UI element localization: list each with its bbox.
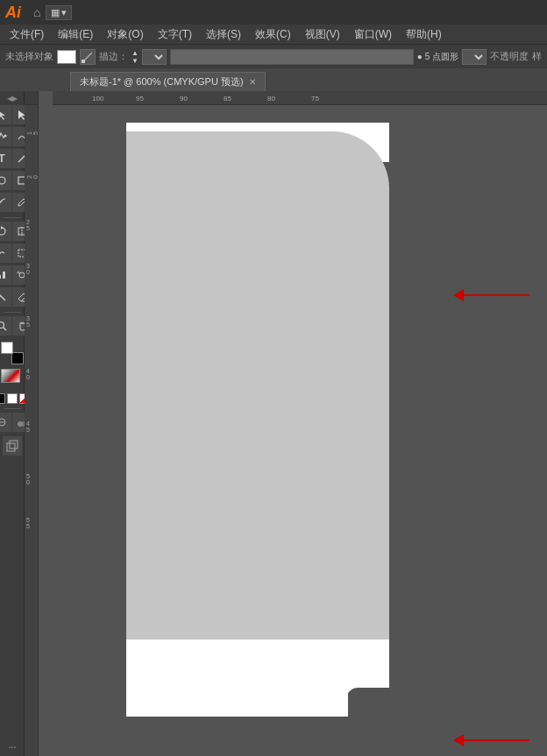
arrow-line-top	[464, 294, 529, 296]
svg-rect-1	[82, 60, 85, 63]
ruler-label-80: 80	[267, 95, 275, 102]
layout-toggle-btn[interactable]: ▦ ▾	[46, 5, 72, 20]
stroke-label: 描边：	[99, 50, 128, 63]
shape-main-body	[126, 131, 389, 666]
svg-rect-27	[7, 443, 15, 451]
svg-rect-14	[3, 272, 5, 279]
stroke-down-btn[interactable]: ▼	[131, 57, 139, 65]
white-swatch[interactable]	[7, 393, 18, 404]
tab-bar: 未标题-1* @ 600% (CMYK/GPU 预选) ✕	[0, 68, 547, 91]
svg-marker-2	[0, 110, 5, 120]
stroke-up-btn[interactable]: ▲	[131, 49, 139, 57]
menu-view[interactable]: 视图(V)	[299, 25, 346, 44]
home-icon-btn[interactable]: ⌂	[33, 5, 40, 19]
tool-separator-1	[4, 217, 21, 218]
svg-point-16	[18, 272, 20, 274]
svg-line-18	[0, 293, 5, 300]
paintbrush-tool-btn[interactable]	[0, 193, 11, 212]
pen-tool-btn[interactable]	[0, 127, 11, 146]
shape-bottom-white-cover	[126, 692, 348, 717]
slice-tool-btn[interactable]	[0, 287, 11, 307]
layout-icon: ▦	[51, 7, 60, 18]
menu-file[interactable]: 文件(F)	[4, 25, 50, 44]
tab-close-btn[interactable]: ✕	[249, 77, 256, 87]
ruler-label-v-35: 35	[26, 315, 30, 328]
svg-rect-28	[10, 441, 18, 449]
horizontal-ruler: 100 95 90 85 80 75	[53, 91, 547, 105]
ai-logo: Ai	[5, 4, 28, 22]
ellipse-tool-btn[interactable]	[0, 171, 11, 190]
ruler-corner	[25, 91, 39, 105]
fill-swatch[interactable]	[57, 50, 76, 64]
sample-label: 样	[532, 50, 542, 63]
menu-object[interactable]: 对象(O)	[101, 25, 149, 44]
gradient-swatch-area[interactable]	[1, 369, 24, 392]
ruler-label-75: 75	[311, 95, 319, 102]
title-actions: ▦ ▾	[46, 5, 72, 20]
svg-point-21	[0, 322, 4, 329]
artboard-duplicate-btn[interactable]	[3, 436, 22, 456]
ruler-label-v-20: 20	[26, 175, 39, 179]
color-swatches-area[interactable]	[1, 342, 24, 364]
stroke-swatch[interactable]	[11, 352, 24, 364]
ruler-corner-area: 100 95 90 85 80 75	[25, 91, 547, 105]
menu-window[interactable]: 窗口(W)	[348, 25, 398, 44]
ruler-label-90: 90	[180, 95, 188, 102]
tab-title: 未标题-1* @ 600% (CMYK/GPU 预选)	[80, 75, 244, 88]
ruler-label-85: 85	[224, 95, 231, 102]
ruler-label-95: 95	[136, 95, 144, 102]
svg-line-22	[4, 328, 6, 330]
ruler-label-100: 100	[92, 95, 103, 102]
tool-separator-2	[4, 312, 21, 313]
arrow-line-bottom	[464, 739, 529, 741]
ruler-label-v-45: 45	[26, 420, 30, 433]
size-indicator: ● 5 点圆形	[417, 51, 458, 63]
ruler-label-v-25: 25	[26, 219, 30, 231]
stroke-tool-icon[interactable]	[80, 49, 96, 65]
menu-text[interactable]: 文字(T)	[152, 25, 198, 44]
no-selection-label: 未选择对象	[5, 50, 53, 63]
rotate-tool-btn[interactable]	[0, 222, 11, 241]
ruler-label-v-30: 30	[26, 263, 30, 275]
select-tool-btn[interactable]	[0, 105, 11, 124]
options-bar: 未选择对象 描边： ▲ ▼ ● 5 点圆形 不透明度 样	[0, 44, 547, 68]
arrow-head-left-top	[453, 289, 464, 301]
menu-help[interactable]: 帮助(H)	[400, 25, 448, 44]
ruler-label-v-50: 50	[26, 473, 30, 485]
more-tools-btn[interactable]: ...	[8, 737, 16, 756]
tool-separator-3	[4, 408, 21, 409]
svg-rect-13	[0, 275, 1, 279]
shape-bottom-right-corner	[345, 688, 389, 714]
dropdown-arrow: ▾	[61, 7, 67, 18]
warp-tool-btn[interactable]	[0, 244, 11, 263]
stroke-preview	[170, 49, 414, 65]
ruler-label-v-55: 55	[26, 517, 30, 529]
svg-point-6	[0, 177, 5, 184]
artboard-nav-btn[interactable]	[0, 413, 11, 432]
stroke-style-select[interactable]	[142, 49, 167, 65]
toolbar-collapse[interactable]: ◀▶	[7, 95, 18, 102]
menu-select[interactable]: 选择(S)	[200, 25, 247, 44]
graph-tool-btn[interactable]	[0, 265, 11, 285]
fill-swatch-large[interactable]	[1, 342, 13, 354]
red-arrow-bottom	[453, 734, 529, 746]
menu-effects[interactable]: 效果(C)	[249, 25, 297, 44]
canvas-scroll-area[interactable]	[39, 105, 547, 756]
gradient-swatch[interactable]	[1, 369, 20, 383]
svg-point-4	[4, 135, 7, 138]
artboard	[109, 123, 407, 753]
title-bar: Ai ⌂ ▦ ▾	[0, 0, 547, 25]
toolbar: ◀▶ T	[0, 91, 25, 756]
vertical-ruler: 15 20 25 30 35 40 45 50 55	[25, 105, 39, 756]
ruler-label-v-40: 40	[26, 368, 30, 380]
black-swatch[interactable]	[0, 393, 5, 404]
zoom-tool-btn[interactable]	[0, 316, 11, 336]
brush-style-select[interactable]	[462, 49, 487, 65]
document-tab[interactable]: 未标题-1* @ 600% (CMYK/GPU 预选) ✕	[70, 72, 266, 91]
svg-marker-9	[1, 226, 4, 230]
ruler-label-v-15: 15	[26, 131, 39, 135]
red-arrow-top	[453, 289, 529, 301]
menu-bar: 文件(F) 编辑(E) 对象(O) 文字(T) 选择(S) 效果(C) 视图(V…	[0, 25, 547, 44]
menu-edit[interactable]: 编辑(E)	[52, 25, 99, 44]
type-tool-btn[interactable]: T	[0, 149, 11, 168]
